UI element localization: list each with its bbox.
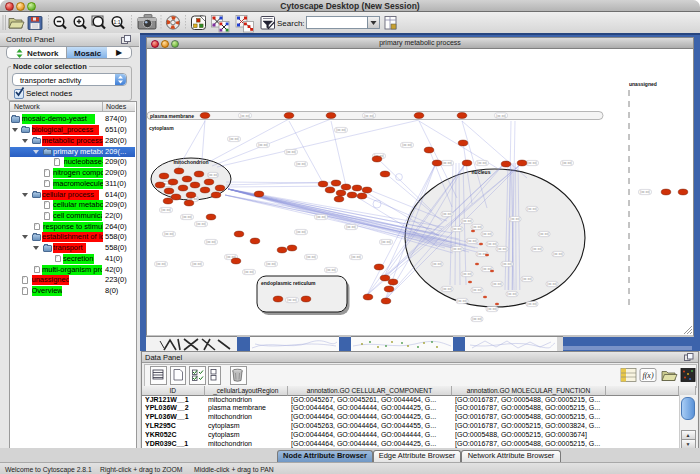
svg-text:(xx xx): (xx xx) xyxy=(562,161,572,165)
svg-text:unassigned: unassigned xyxy=(629,81,657,87)
svg-text:(xx xx): (xx xx) xyxy=(472,317,482,321)
svg-text:(xx xx): (xx xx) xyxy=(527,302,537,306)
svg-text:(xx xx): (xx xx) xyxy=(522,277,532,281)
svg-text:(xx xx): (xx xx) xyxy=(496,114,506,118)
svg-text:(xx xx): (xx xx) xyxy=(161,208,171,212)
svg-text:(xx xx): (xx xx) xyxy=(507,292,517,296)
svg-text:(xx xx): (xx xx) xyxy=(306,255,316,259)
svg-text:Search:: Search: xyxy=(277,19,305,28)
svg-text:(xx xx): (xx xx) xyxy=(240,114,250,118)
svg-text:(xx xx): (xx xx) xyxy=(229,137,239,141)
svg-text:(xx xx): (xx xx) xyxy=(553,252,563,256)
svg-text:(xx xx): (xx xx) xyxy=(442,287,452,291)
svg-text:(xx xx): (xx xx) xyxy=(164,232,174,236)
svg-text:(xx xx): (xx xx) xyxy=(547,282,557,286)
svg-text:(xx xx): (xx xx) xyxy=(266,262,276,266)
svg-text:(xx xx): (xx xx) xyxy=(296,230,306,234)
svg-text:(xx xx): (xx xx) xyxy=(442,161,452,165)
svg-text:(xx xx): (xx xx) xyxy=(487,242,497,246)
svg-text:(xx xx): (xx xx) xyxy=(527,161,537,165)
svg-text:(xx xx): (xx xx) xyxy=(452,227,462,231)
svg-text:(xx xx): (xx xx) xyxy=(182,215,192,219)
svg-text:(xx xx): (xx xx) xyxy=(381,240,391,244)
svg-text:plasma membrane: plasma membrane xyxy=(150,113,194,119)
svg-text:f(x): f(x) xyxy=(642,371,653,380)
svg-text:(xx xx): (xx xx) xyxy=(477,161,487,165)
svg-text:(xx xx): (xx xx) xyxy=(467,239,477,243)
svg-text:endoplasmic reticulum: endoplasmic reticulum xyxy=(261,280,316,286)
svg-text:(xx xx): (xx xx) xyxy=(326,268,336,272)
svg-text:(xx xx): (xx xx) xyxy=(402,143,412,147)
svg-text:(xx xx): (xx xx) xyxy=(244,270,254,274)
svg-text:(xx xx): (xx xx) xyxy=(492,282,502,286)
svg-text:(xx xx): (xx xx) xyxy=(364,114,374,118)
svg-text:(xx xx): (xx xx) xyxy=(532,247,542,251)
svg-text:(xx xx): (xx xx) xyxy=(442,212,452,216)
svg-text:(xx xx): (xx xx) xyxy=(487,307,497,311)
svg-text:nucleus: nucleus xyxy=(472,169,491,175)
svg-text:(xx xx): (xx xx) xyxy=(462,272,472,276)
svg-text:(xx xx): (xx xx) xyxy=(156,262,166,266)
svg-text:(xx xx): (xx xx) xyxy=(527,207,537,211)
svg-text:(xx xx): (xx xx) xyxy=(640,190,650,194)
svg-text:(xx xx): (xx xx) xyxy=(192,262,202,266)
svg-text:cytoplasm: cytoplasm xyxy=(149,125,174,131)
svg-text:(xx xx): (xx xx) xyxy=(196,222,206,226)
svg-text:1:1: 1:1 xyxy=(114,19,121,25)
svg-text:(xx xx): (xx xx) xyxy=(336,128,346,132)
svg-text:(xx xx): (xx xx) xyxy=(539,232,549,236)
svg-text:mitochondrion: mitochondrion xyxy=(174,159,209,165)
svg-text:(xx xx): (xx xx) xyxy=(346,225,356,229)
svg-text:(xx xx): (xx xx) xyxy=(351,255,361,259)
svg-text:(xx xx): (xx xx) xyxy=(462,219,472,223)
svg-text:(xx xx): (xx xx) xyxy=(206,240,216,244)
svg-text:(xx xx): (xx xx) xyxy=(510,217,520,221)
svg-text:(xx xx): (xx xx) xyxy=(258,143,268,147)
svg-text:(xx xx): (xx xx) xyxy=(316,215,326,219)
svg-text:(xx xx): (xx xx) xyxy=(286,150,296,154)
svg-text:(xx xx): (xx xx) xyxy=(208,173,218,177)
svg-text:(xx xx): (xx xx) xyxy=(472,288,482,292)
svg-text:(xx xx): (xx xx) xyxy=(457,299,467,303)
svg-text:(xx xx): (xx xx) xyxy=(432,262,442,266)
svg-text:(xx xx): (xx xx) xyxy=(497,247,507,251)
svg-text:(xx xx): (xx xx) xyxy=(472,225,482,229)
svg-text:(xx xx): (xx xx) xyxy=(296,162,306,166)
svg-text:(xx xx): (xx xx) xyxy=(287,298,297,302)
svg-text:(xx xx): (xx xx) xyxy=(482,232,492,236)
svg-text:(xx xx): (xx xx) xyxy=(452,247,462,251)
svg-text:(xx xx): (xx xx) xyxy=(502,262,512,266)
